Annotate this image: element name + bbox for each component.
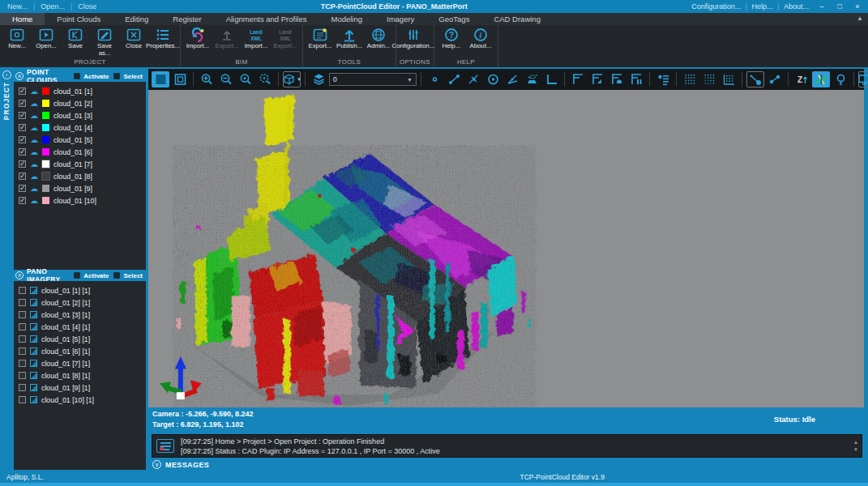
color-swatch[interactable] <box>42 87 49 95</box>
point-cloud-row[interactable]: ☁cloud_01 [8] <box>19 170 146 182</box>
visibility-checkbox[interactable] <box>19 396 26 403</box>
pano-image-row[interactable]: cloud_01 [1] [1] <box>19 284 146 296</box>
visibility-checkbox[interactable] <box>19 136 26 143</box>
titlebar-help-button[interactable]: Help... <box>750 2 776 11</box>
visibility-checkbox[interactable] <box>19 100 26 107</box>
tab-cad-drawing[interactable]: CAD Drawing <box>481 13 553 25</box>
point-cloud-row[interactable]: ☁cloud_01 [6] <box>19 146 146 158</box>
visibility-checkbox[interactable] <box>19 160 26 168</box>
bim-import-button[interactable]: Import... <box>184 27 212 50</box>
pano-image-row[interactable]: cloud_01 [8] [1] <box>19 369 146 382</box>
draw-circle-button[interactable] <box>484 71 502 87</box>
visibility-checkbox[interactable] <box>19 360 26 367</box>
log-scrollbar[interactable]: ▲ ▼ <box>850 440 862 452</box>
publish-button[interactable]: Publish... <box>336 27 363 50</box>
close-button[interactable]: × <box>850 2 865 11</box>
draw-polyline-button[interactable] <box>464 71 482 87</box>
message-log[interactable]: [09:27:25] Home > Project > Open Project… <box>152 434 862 458</box>
visibility-checkbox[interactable] <box>19 323 26 330</box>
landxml-import-button[interactable]: LandXMLImport... <box>242 27 270 50</box>
show-axes-button[interactable] <box>812 71 830 87</box>
properties-button[interactable]: Properties... <box>149 27 177 50</box>
new-button[interactable]: New... <box>3 27 31 50</box>
grid-plane-button[interactable] <box>700 71 718 87</box>
draw-segment-button[interactable] <box>445 71 463 87</box>
lighting-button[interactable] <box>832 71 849 87</box>
point-cloud-row[interactable]: ☁cloud_01 [4] <box>19 122 146 134</box>
color-swatch[interactable] <box>42 185 49 192</box>
point-cloud-row[interactable]: ☁cloud_01 [9] <box>19 182 146 194</box>
pano-imagery-select-checkbox[interactable] <box>113 272 120 279</box>
color-swatch[interactable] <box>42 160 49 168</box>
visibility-checkbox[interactable] <box>19 335 26 343</box>
select-area-mode-button[interactable] <box>152 71 169 87</box>
measure-node-button[interactable] <box>746 71 764 87</box>
pano-image-row[interactable]: cloud_01 [6] [1] <box>19 345 146 357</box>
point-info-button[interactable] <box>654 71 672 87</box>
point-cloud-row[interactable]: ☁cloud_01 [1] <box>19 85 146 97</box>
visibility-checkbox[interactable] <box>19 185 26 192</box>
tab-modeling[interactable]: Modeling <box>319 13 374 25</box>
color-swatch[interactable] <box>42 136 49 143</box>
visibility-checkbox[interactable] <box>19 173 26 180</box>
layer-select[interactable]: 0▼ <box>329 73 417 86</box>
point-cloud-row[interactable]: ☁cloud_01 [10] <box>19 194 146 207</box>
pano-image-row[interactable]: cloud_01 [2] [1] <box>19 296 146 309</box>
draw-point-button[interactable] <box>425 71 443 87</box>
visibility-checkbox[interactable] <box>19 299 26 306</box>
point-clouds-activate-checkbox[interactable] <box>74 73 80 79</box>
collapse-pano-imagery-icon[interactable]: ∧ <box>15 271 24 279</box>
titlebar-about-button[interactable]: About... <box>781 2 811 11</box>
messages-header[interactable]: ∨ MESSAGES <box>148 458 864 471</box>
color-swatch[interactable] <box>42 197 49 204</box>
color-swatch[interactable] <box>42 124 49 131</box>
tab-point-clouds[interactable]: Point Clouds <box>45 13 113 25</box>
saveas-button[interactable]: Save as... <box>91 27 118 57</box>
point-cloud-row[interactable]: ☁cloud_01 [2] <box>19 97 146 109</box>
pano-image-row[interactable]: cloud_01 [10] [1] <box>19 394 146 406</box>
visibility-checkbox[interactable] <box>19 287 26 294</box>
measure-angle-button[interactable] <box>503 71 521 87</box>
zoom-center-button[interactable] <box>237 71 254 87</box>
open-button[interactable]: Open... <box>32 27 60 50</box>
visibility-checkbox[interactable] <box>19 197 26 204</box>
z-up-view-button[interactable]: Z <box>793 71 810 87</box>
tab-register[interactable]: Register <box>160 13 213 25</box>
visibility-checkbox[interactable] <box>19 372 26 379</box>
collapse-point-clouds-icon[interactable]: ∧ <box>15 72 24 80</box>
close-button[interactable]: Close <box>120 27 148 50</box>
visibility-checkbox[interactable] <box>19 311 26 318</box>
visibility-checkbox[interactable] <box>19 347 26 355</box>
scroll-down-icon[interactable]: ▼ <box>853 447 858 452</box>
zoom-in-button[interactable] <box>198 71 216 87</box>
help-button[interactable]: ?Help... <box>438 27 465 50</box>
point-cloud-row[interactable]: ☁cloud_01 [3] <box>19 109 146 122</box>
color-swatch[interactable] <box>42 148 49 156</box>
visibility-checkbox[interactable] <box>19 87 26 95</box>
collapse-panel-icon[interactable]: ‹ <box>2 70 11 79</box>
admin-button[interactable]: Admin... <box>365 27 392 50</box>
measure-distance-button[interactable] <box>766 71 784 87</box>
tab-home[interactable]: Home <box>0 13 45 25</box>
tab-alignments-and-profiles[interactable]: Alignments and Profiles <box>214 13 319 25</box>
zoom-window-mode-button[interactable] <box>171 71 189 87</box>
pano-image-row[interactable]: cloud_01 [9] [1] <box>19 382 146 394</box>
pano-image-row[interactable]: cloud_01 [5] [1] <box>19 333 146 345</box>
configuration-button[interactable]: Configuration... <box>400 27 427 50</box>
visibility-checkbox[interactable] <box>19 112 26 119</box>
section-plan-button[interactable] <box>569 71 587 87</box>
about-button[interactable]: iAbout... <box>467 27 494 50</box>
grid-elevation-button[interactable] <box>720 71 738 87</box>
section-front-button[interactable] <box>588 71 606 87</box>
point-cloud-row[interactable]: ☁cloud_01 [7] <box>19 158 146 170</box>
visibility-checkbox[interactable] <box>19 148 26 156</box>
titlebar-open-button[interactable]: Open... <box>38 2 67 11</box>
grid-sphere-button[interactable] <box>681 71 699 87</box>
tab-geotags[interactable]: GeoTags <box>426 13 481 25</box>
point-cloud-row[interactable]: ☁cloud_01 [5] <box>19 134 146 146</box>
tab-editing[interactable]: Editing <box>113 13 160 25</box>
scroll-up-icon[interactable]: ▲ <box>853 440 858 445</box>
color-swatch[interactable] <box>42 100 49 107</box>
visibility-checkbox[interactable] <box>19 384 26 391</box>
tab-imagery[interactable]: Imagery <box>374 13 426 25</box>
